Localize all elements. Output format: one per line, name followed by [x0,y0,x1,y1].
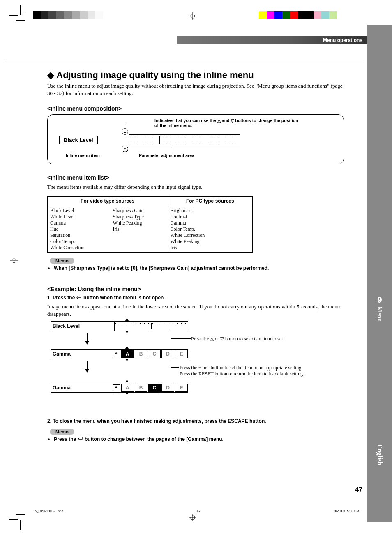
slot: A [121,384,134,392]
composition-diagram: Indicates that you can use the △ and ▽ b… [47,114,344,164]
down-tri-icon: ▼ [122,146,128,152]
slot: C [148,384,161,392]
caption: Press the △ or ▽ button to select an ite… [191,336,284,342]
memo-text: • When [Sharpness Type] is set to [0], t… [47,265,343,271]
chapter-label: Menu [376,306,383,322]
body-text: The menu items available may differ depe… [47,183,343,191]
caption: Press the + or - button to set the item … [180,365,304,377]
caption: Parameter adjustment area [139,153,194,158]
page-icon: A▫ [113,351,120,357]
page-title: ◆ Adjusting image quality using the inli… [47,70,343,81]
enter-icon [76,295,82,299]
register-mark-icon [189,514,196,521]
slot: A [121,350,134,358]
section-heading: <Inline menu composition> [47,105,343,112]
slot: D [161,350,174,358]
language-tab: English [373,444,386,466]
memo-badge: Memo [50,429,74,435]
step-1: 1. Press the button when the menu is not… [47,295,343,301]
table-header: For video type sources [48,196,168,206]
example-diagram: Black Level Press the △ or ▽ button to s… [47,320,343,407]
caption: Inline menu item [66,153,100,158]
inline-row-label: Black Level [51,322,115,331]
slot: D [161,384,174,392]
footer-page: 47 [197,509,201,513]
slider [115,322,188,331]
indicator-note: Indicates that you can use the △ and ▽ b… [154,118,302,128]
step-2: 2. To close the menu when you have finis… [47,418,343,424]
slider-marker [159,136,160,144]
slot: E [175,384,188,392]
rule [6,61,363,61]
section-heading: <Example: Using the inline menu> [47,286,343,292]
section-header: Menu operations [177,36,367,44]
slider-ticks [129,134,240,146]
footer-file: 15_DPX-1300-E.p65 [33,509,63,513]
intro-text: Use the inline menu to adjust image qual… [47,82,343,97]
chapter-tab: 9 Menu [373,295,386,322]
footer-date: 9/20/05, 5:08 PM [334,509,359,513]
slot: B [135,350,148,358]
section-heading: <Inline menu item list> [47,174,343,181]
language-label: English [376,444,383,466]
body-text: Image menu items appear one at a time in… [47,303,343,318]
slot: B [135,384,148,392]
memo-badge: Memo [50,258,74,264]
page-number: 47 [355,486,362,493]
register-mark-icon [10,257,18,264]
slot: C [148,350,161,358]
slot: E [175,350,188,358]
page-icon: A▫ [113,384,120,391]
item-list-table: For video type sources For PC type sourc… [47,196,253,253]
inline-menu-label: Black Level [59,136,98,144]
footer: 15_DPX-1300-E.p65 47 9/20/05, 5:08 PM [33,509,359,513]
inline-row-label: Gamma [51,350,112,359]
chapter-number: 9 [373,295,386,305]
register-mark-icon [189,12,196,20]
inline-row-label: Gamma [51,383,112,392]
table-header: For PC type sources [168,196,252,206]
enter-icon [78,436,83,440]
memo-text: • Press the button to change between the… [47,436,343,442]
